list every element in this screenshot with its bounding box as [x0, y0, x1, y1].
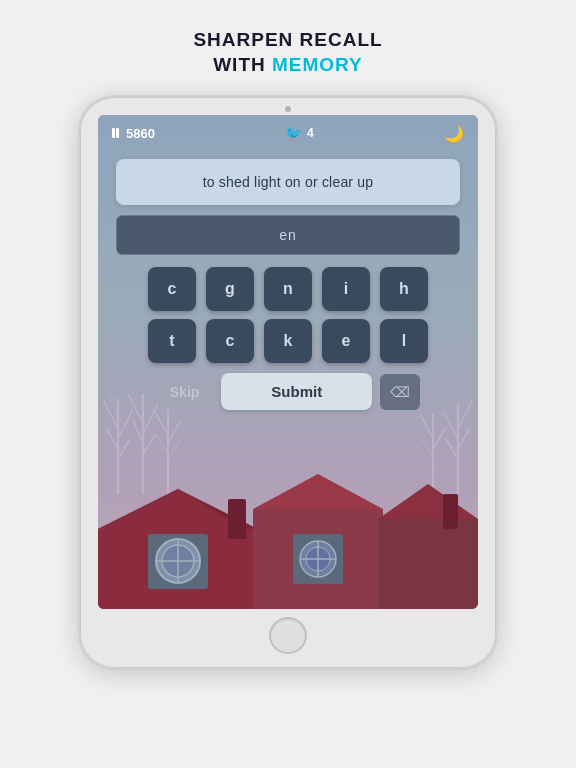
score-display: 5860 — [112, 126, 155, 141]
bird-count-value: 4 — [307, 126, 314, 140]
key-g[interactable]: g — [206, 267, 254, 311]
ipad-screen: 5860 🐦 4 🌙 to shed light on or clear up … — [98, 115, 478, 609]
answer-partial-text: en — [279, 227, 297, 243]
svg-rect-42 — [443, 494, 458, 529]
bird-icon: 🐦 — [285, 125, 302, 141]
key-l[interactable]: l — [380, 319, 428, 363]
ipad-device: 5860 🐦 4 🌙 to shed light on or clear up … — [78, 95, 498, 670]
key-t[interactable]: t — [148, 319, 196, 363]
svg-line-15 — [168, 441, 180, 459]
definition-card: to shed light on or clear up — [116, 159, 460, 205]
svg-line-24 — [422, 439, 433, 457]
header-section: SHARPEN RECALL WITH MEMORY — [193, 28, 382, 77]
svg-line-23 — [433, 427, 446, 449]
header-line1: SHARPEN RECALL — [193, 28, 382, 53]
svg-line-14 — [156, 434, 168, 454]
status-bar: 5860 🐦 4 🌙 — [98, 115, 478, 151]
key-c2[interactable]: c — [206, 319, 254, 363]
game-area: to shed light on or clear up en c g n i … — [116, 159, 460, 410]
header-memory-word: MEMORY — [272, 54, 363, 75]
letter-keys: c g n i h t c k e l — [116, 267, 460, 363]
svg-line-10 — [143, 434, 156, 454]
svg-rect-40 — [378, 519, 478, 609]
answer-input[interactable]: en — [116, 215, 460, 255]
svg-rect-32 — [228, 499, 246, 539]
svg-line-4 — [118, 439, 130, 459]
key-c[interactable]: c — [148, 267, 196, 311]
svg-line-22 — [420, 414, 433, 439]
skip-button[interactable]: Skip — [156, 374, 214, 410]
keys-row-1: c g n i h — [116, 267, 460, 311]
header-with-prefix: WITH — [213, 54, 272, 75]
action-row: Skip Submit ⌫ — [116, 373, 460, 410]
header-line2: WITH MEMORY — [193, 53, 382, 78]
svg-line-17 — [458, 399, 473, 429]
key-h[interactable]: h — [380, 267, 428, 311]
moon-icon: 🌙 — [444, 124, 464, 143]
key-n[interactable]: n — [264, 267, 312, 311]
key-i[interactable]: i — [322, 267, 370, 311]
svg-line-13 — [168, 419, 181, 444]
grid-icon — [112, 128, 119, 138]
submit-button[interactable]: Submit — [221, 373, 372, 410]
ipad-camera — [285, 106, 291, 112]
bird-count-display: 🐦 4 — [285, 125, 314, 141]
key-e[interactable]: e — [322, 319, 370, 363]
svg-line-19 — [458, 427, 470, 449]
key-k[interactable]: k — [264, 319, 312, 363]
svg-line-9 — [133, 419, 143, 444]
svg-marker-41 — [378, 484, 478, 519]
svg-line-12 — [153, 409, 168, 434]
keys-row-2: t c k e l — [116, 319, 460, 363]
svg-line-3 — [106, 427, 118, 449]
backspace-button[interactable]: ⌫ — [380, 374, 420, 410]
svg-marker-34 — [253, 474, 383, 509]
svg-line-2 — [118, 409, 133, 439]
svg-line-18 — [443, 411, 458, 439]
score-value: 5860 — [126, 126, 155, 141]
definition-text: to shed light on or clear up — [203, 174, 374, 190]
ipad-home-button[interactable] — [269, 617, 307, 654]
svg-line-20 — [446, 439, 458, 459]
rooftop-scene-icon — [98, 469, 478, 609]
